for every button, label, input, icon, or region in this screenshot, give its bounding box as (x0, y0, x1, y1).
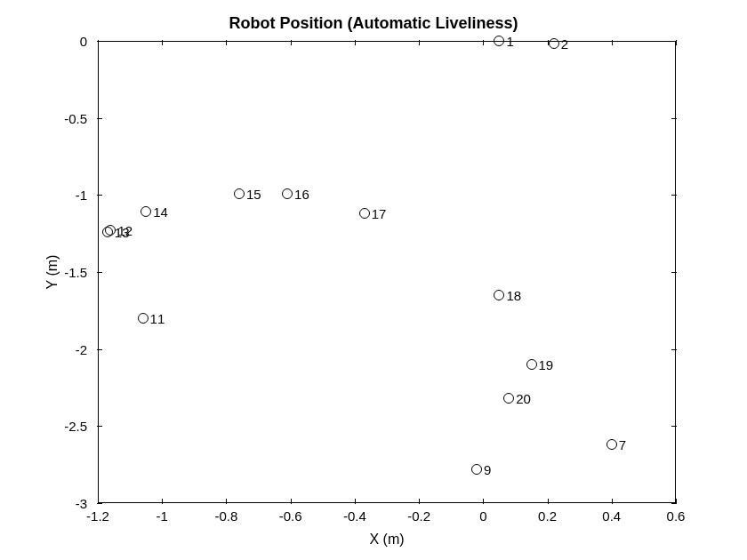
data-point-label: 9 (484, 461, 491, 476)
x-tick-label: -0.2 (407, 508, 430, 524)
x-tick-label: 0.4 (602, 508, 621, 524)
x-tick (419, 499, 420, 504)
data-point-label: 15 (246, 186, 261, 201)
data-point-label: 11 (150, 311, 165, 326)
y-tick (671, 272, 677, 273)
data-point-label: 19 (539, 357, 554, 372)
data-point (138, 313, 149, 324)
data-point-label: 20 (516, 391, 531, 406)
y-tick (671, 349, 677, 350)
data-point (234, 188, 245, 199)
axes-box (98, 41, 676, 503)
y-tick-label: -1 (76, 188, 87, 203)
x-tick (291, 499, 292, 504)
y-tick (97, 426, 102, 427)
x-tick (483, 40, 484, 45)
y-tick-label: -2 (76, 341, 87, 356)
chart-title: Robot Position (Automatic Liveliness) (0, 14, 747, 33)
y-tick-label: -2.5 (64, 419, 87, 434)
y-tick (671, 118, 677, 119)
x-tick-label: -0.4 (343, 508, 366, 524)
x-tick (483, 499, 484, 504)
data-point (141, 206, 151, 217)
y-tick (97, 272, 102, 273)
data-point (359, 208, 370, 219)
data-point-label: 17 (372, 206, 387, 221)
x-tick (612, 40, 613, 45)
x-tick-label: 0.2 (538, 508, 557, 524)
x-tick-label: 0 (479, 508, 486, 524)
x-tick-label: -1.2 (86, 508, 109, 524)
data-point (606, 439, 617, 450)
data-point (549, 38, 559, 49)
data-point (503, 393, 514, 404)
data-point-label: 13 (115, 224, 130, 239)
x-tick (162, 40, 163, 45)
data-point-label: 1 (506, 34, 513, 49)
data-point-label: 14 (153, 204, 168, 220)
x-tick (419, 40, 420, 45)
x-tick (291, 40, 292, 45)
x-tick (612, 499, 613, 504)
data-point-label: 18 (506, 288, 521, 303)
figure: Robot Position (Automatic Liveliness) -1… (0, 0, 747, 560)
axes: -1.2-1-0.8-0.6-0.4-0.200.20.40.6 -3-2.5-… (98, 41, 676, 503)
y-tick (97, 118, 102, 119)
y-tick-label: -3 (76, 496, 87, 511)
x-axis-label: X (m) (369, 532, 404, 548)
x-tick-label: 0.6 (667, 508, 686, 524)
y-tick-label: 0 (80, 34, 87, 49)
data-point (471, 464, 482, 475)
y-tick (671, 426, 677, 427)
y-tick (671, 195, 677, 196)
data-point-label: 16 (294, 186, 309, 201)
x-tick (226, 40, 227, 45)
y-tick (671, 503, 677, 504)
y-tick (671, 41, 677, 42)
y-tick-label: -1.5 (64, 265, 87, 280)
x-tick-label: -0.8 (215, 508, 238, 524)
y-tick (97, 41, 102, 42)
data-point (282, 188, 293, 199)
x-tick (548, 499, 549, 504)
x-tick (162, 499, 163, 504)
data-point-label: 2 (561, 36, 568, 52)
x-tick-label: -0.6 (279, 508, 302, 524)
x-tick (355, 499, 356, 504)
y-tick (97, 503, 102, 504)
y-tick (97, 195, 102, 196)
data-point-label: 7 (619, 437, 626, 452)
y-tick-label: -0.5 (64, 110, 87, 125)
data-point (102, 227, 113, 237)
y-axis-label: Y (m) (44, 255, 60, 290)
x-tick (355, 40, 356, 45)
data-point (494, 36, 504, 46)
y-tick (97, 349, 102, 350)
data-point (494, 290, 504, 300)
x-tick-label: -1 (157, 508, 168, 524)
x-tick (226, 499, 227, 504)
data-point (526, 359, 537, 370)
